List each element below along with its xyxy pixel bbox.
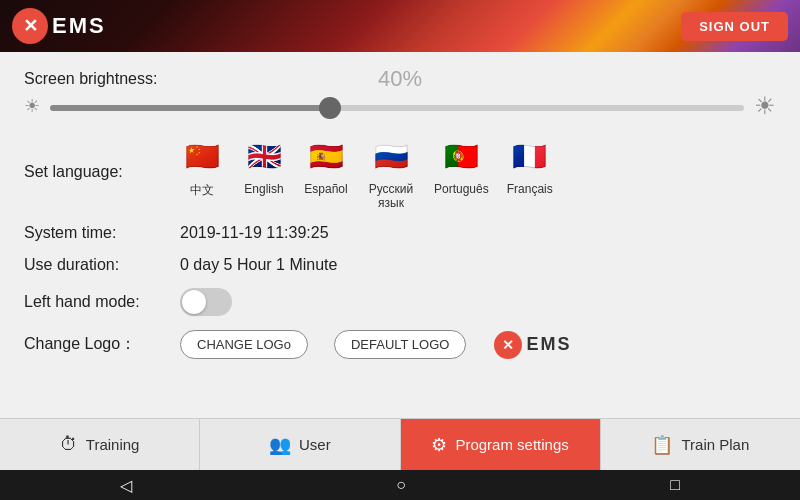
left-hand-mode-row: Left hand mode: (24, 288, 776, 316)
brightness-percent: 40% (378, 66, 422, 92)
flag-en: 🇬🇧 (242, 134, 286, 178)
system-time-row: System time: 2019-11-19 11:39:25 (24, 224, 776, 242)
change-logo-row: Change Logo： CHANGE LOGo DEFAULT LOGO ✕ … (24, 330, 776, 359)
ems-small-icon: ✕ (494, 331, 522, 359)
logo-area: ✕ EMS (12, 8, 106, 44)
change-logo-label: Change Logo： (24, 334, 164, 355)
train-plan-icon: 📋 (651, 434, 673, 456)
nav-train-plan-label: Train Plan (681, 436, 749, 453)
sign-out-button[interactable]: SIGN OUT (681, 12, 788, 41)
sun-small-icon: ☀ (24, 95, 40, 117)
lang-en[interactable]: 🇬🇧 English (242, 134, 286, 196)
flag-fr: 🇫🇷 (508, 134, 552, 178)
use-duration-row: Use duration: 0 day 5 Hour 1 Minute (24, 256, 776, 274)
flag-pt: 🇵🇹 (439, 134, 483, 178)
brightness-slider[interactable] (50, 105, 744, 111)
flag-zh: 🇨🇳 (180, 134, 224, 178)
use-duration-label: Use duration: (24, 256, 164, 274)
default-logo-button[interactable]: DEFAULT LOGO (334, 330, 467, 359)
nav-user-label: User (299, 436, 331, 453)
header-logo-text: EMS (52, 13, 106, 39)
recents-button[interactable]: □ (670, 476, 680, 494)
nav-train-plan[interactable]: 📋 Train Plan (601, 419, 800, 470)
lang-ru[interactable]: 🇷🇺 Русский язык (366, 134, 416, 210)
flag-es: 🇪🇸 (304, 134, 348, 178)
system-bar: ◁ ○ □ (0, 470, 800, 500)
ems-logo-small: ✕ EMS (494, 331, 571, 359)
lang-pt-label: Português (434, 182, 489, 196)
language-flags: 🇨🇳 中文 🇬🇧 English 🇪🇸 Español 🇷🇺 Русский я… (180, 134, 553, 210)
header: ✕ EMS SIGN OUT (0, 0, 800, 52)
nav-settings-label: Program settings (455, 436, 568, 453)
system-time-label: System time: (24, 224, 164, 242)
change-logo-button[interactable]: CHANGE LOGo (180, 330, 308, 359)
nav-training-label: Training (86, 436, 140, 453)
svg-text:✕: ✕ (23, 16, 38, 36)
language-label: Set language: (24, 163, 164, 181)
svg-text:✕: ✕ (502, 337, 514, 353)
lang-fr-label: Français (507, 182, 553, 196)
settings-icon: ⚙ (431, 434, 447, 456)
lang-es-label: Español (304, 182, 347, 196)
nav-training[interactable]: ⏱ Training (0, 419, 200, 470)
training-icon: ⏱ (60, 434, 78, 455)
back-button[interactable]: ◁ (120, 476, 132, 495)
flag-ru: 🇷🇺 (369, 134, 413, 178)
nav-user[interactable]: 👥 User (200, 419, 400, 470)
lang-fr[interactable]: 🇫🇷 Français (507, 134, 553, 196)
main-content: Screen brightness: 40% ☀ ☀ Set language:… (0, 52, 800, 418)
toggle-knob (182, 290, 206, 314)
ems-logo-icon: ✕ (12, 8, 48, 44)
lang-en-label: English (244, 182, 283, 196)
left-hand-toggle[interactable] (180, 288, 232, 316)
brightness-label: Screen brightness: (24, 70, 164, 88)
lang-es[interactable]: 🇪🇸 Español (304, 134, 348, 196)
lang-zh[interactable]: 🇨🇳 中文 (180, 134, 224, 199)
ems-small-text: EMS (526, 334, 571, 355)
home-button[interactable]: ○ (396, 476, 406, 494)
lang-zh-label: 中文 (190, 182, 214, 199)
bottom-nav: ⏱ Training 👥 User ⚙ Program settings 📋 T… (0, 418, 800, 470)
user-icon: 👥 (269, 434, 291, 456)
use-duration-value: 0 day 5 Hour 1 Minute (180, 256, 337, 274)
lang-ru-label: Русский язык (366, 182, 416, 210)
lang-pt[interactable]: 🇵🇹 Português (434, 134, 489, 196)
sun-large-icon: ☀ (754, 92, 776, 120)
left-hand-label: Left hand mode: (24, 293, 164, 311)
nav-program-settings[interactable]: ⚙ Program settings (401, 419, 601, 470)
language-row: Set language: 🇨🇳 中文 🇬🇧 English 🇪🇸 Españo… (24, 134, 776, 210)
system-time-value: 2019-11-19 11:39:25 (180, 224, 329, 242)
